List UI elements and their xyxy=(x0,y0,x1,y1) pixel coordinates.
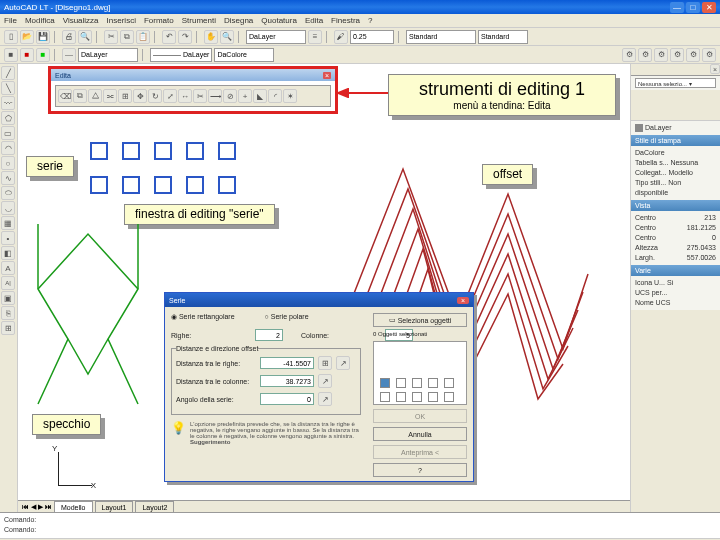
pick-row-icon[interactable]: ⊞ xyxy=(318,356,332,370)
view-section-head[interactable]: Vista xyxy=(631,200,720,211)
rotate-icon[interactable]: ↻ xyxy=(148,89,162,103)
open-icon[interactable]: 📂 xyxy=(20,30,34,44)
xline-icon[interactable]: ╲ xyxy=(1,81,15,95)
pan-icon[interactable]: ✋ xyxy=(204,30,218,44)
pick-row2-icon[interactable]: ↗ xyxy=(336,356,350,370)
preview-button[interactable]: Anteprima < xyxy=(373,445,467,459)
move-icon[interactable]: ✥ xyxy=(133,89,147,103)
text-icon[interactable]: A xyxy=(1,261,15,275)
minimize-button[interactable]: — xyxy=(670,2,684,13)
join-icon[interactable]: + xyxy=(238,89,252,103)
col-dist-input[interactable] xyxy=(260,375,314,387)
textstyle-combo[interactable]: Standard xyxy=(478,30,528,44)
fillet-icon[interactable]: ◜ xyxy=(268,89,282,103)
tab-nav-next-icon[interactable]: ▶ xyxy=(38,503,43,511)
dialog-titlebar[interactable]: Serie × xyxy=(165,293,473,307)
polygon-icon[interactable]: ⬠ xyxy=(1,111,15,125)
close-button[interactable]: ✕ xyxy=(702,2,716,13)
ellipse-arc-icon[interactable]: ◡ xyxy=(1,201,15,215)
menu-disegna[interactable]: Disegna xyxy=(224,16,253,25)
region-icon[interactable]: ◧ xyxy=(1,246,15,260)
menu-modifica[interactable]: Modifica xyxy=(25,16,55,25)
tool3-icon[interactable]: ⚙ xyxy=(654,48,668,62)
line-icon[interactable]: ╱ xyxy=(1,66,15,80)
linetype-combo[interactable]: DaLayer xyxy=(78,48,138,62)
tab-nav-last-icon[interactable]: ⏭ xyxy=(45,503,52,510)
save-icon[interactable]: 💾 xyxy=(36,30,50,44)
print-icon[interactable]: 🖨 xyxy=(62,30,76,44)
array-icon[interactable]: ⊞ xyxy=(118,89,132,103)
rect-icon[interactable]: ▭ xyxy=(1,126,15,140)
cancel-button[interactable]: Annulla xyxy=(373,427,467,441)
paste-icon[interactable]: 📋 xyxy=(136,30,150,44)
circle-icon[interactable]: ○ xyxy=(1,156,15,170)
arc-icon[interactable]: ◠ xyxy=(1,141,15,155)
erase-icon[interactable]: ⌫ xyxy=(58,89,72,103)
menu-edita[interactable]: Edita xyxy=(305,16,323,25)
radio-rectangular[interactable]: ◉ Serie rettangolare xyxy=(171,313,235,321)
menu-visualizza[interactable]: Visualizza xyxy=(63,16,99,25)
color-swatch-icon[interactable]: ■ xyxy=(36,48,50,62)
polyline-icon[interactable]: 〰 xyxy=(1,96,15,110)
tool4-icon[interactable]: ⚙ xyxy=(670,48,684,62)
menu-quotatura[interactable]: Quotatura xyxy=(261,16,297,25)
zoom-icon[interactable]: 🔍 xyxy=(220,30,234,44)
redo-icon[interactable]: ↷ xyxy=(178,30,192,44)
color-swatch-icon[interactable]: ■ xyxy=(4,48,18,62)
edita-toolbar-title[interactable]: Edita × xyxy=(51,69,335,81)
layer-tool-icon[interactable]: ≡ xyxy=(308,30,322,44)
new-icon[interactable]: ▯ xyxy=(4,30,18,44)
menu-inserisci[interactable]: Inserisci xyxy=(107,16,136,25)
help-icon[interactable]: × xyxy=(457,297,469,304)
tab-layout1[interactable]: Layout1 xyxy=(95,501,134,512)
undo-icon[interactable]: ↶ xyxy=(162,30,176,44)
maximize-button[interactable]: □ xyxy=(686,2,700,13)
copy-icon[interactable]: ⧉ xyxy=(120,30,134,44)
selection-filter[interactable]: Nessuna selezio... ▾ xyxy=(635,78,716,88)
panel-close-icon[interactable]: × xyxy=(710,64,720,74)
command-line[interactable]: Comando: Comando: xyxy=(0,512,720,538)
tab-nav-prev-icon[interactable]: ◀ xyxy=(31,503,36,511)
menu-file[interactable]: File xyxy=(4,16,17,25)
tool6-icon[interactable]: ⚙ xyxy=(702,48,716,62)
row-dist-input[interactable] xyxy=(260,357,314,369)
ellipse-icon[interactable]: ⬭ xyxy=(1,186,15,200)
menu-formato[interactable]: Formato xyxy=(144,16,174,25)
preview-icon[interactable]: 🔍 xyxy=(78,30,92,44)
cut-icon[interactable]: ✂ xyxy=(104,30,118,44)
layer-combo[interactable]: DaLayer xyxy=(246,30,306,44)
style-section-head[interactable]: Stile di stampa xyxy=(631,135,720,146)
rows-input[interactable] xyxy=(255,329,283,341)
tool5-icon[interactable]: ⚙ xyxy=(686,48,700,62)
tab-model[interactable]: Modello xyxy=(54,501,93,512)
pick-col-icon[interactable]: ↗ xyxy=(318,374,332,388)
radio-polar[interactable]: ○ Serie polare xyxy=(265,313,309,321)
point-icon[interactable]: • xyxy=(1,231,15,245)
misc-section-head[interactable]: Varie xyxy=(631,265,720,276)
pick-angle-icon[interactable]: ↗ xyxy=(318,392,332,406)
insert-icon[interactable]: ⎘ xyxy=(1,306,15,320)
table-icon[interactable]: ⊞ xyxy=(1,321,15,335)
chamfer-icon[interactable]: ◣ xyxy=(253,89,267,103)
trim-icon[interactable]: ✂ xyxy=(193,89,207,103)
lineweight-combo[interactable]: 0.25 xyxy=(350,30,394,44)
color-swatch-icon[interactable]: ■ xyxy=(20,48,34,62)
mtext-icon[interactable]: A| xyxy=(1,276,15,290)
angle-input[interactable] xyxy=(260,393,314,405)
color-combo[interactable]: DaColore xyxy=(214,48,274,62)
tool1-icon[interactable]: ⚙ xyxy=(622,48,636,62)
dimstyle-combo[interactable]: Standard xyxy=(406,30,476,44)
copy-obj-icon[interactable]: ⧉ xyxy=(73,89,87,103)
hatch-icon[interactable]: ▦ xyxy=(1,216,15,230)
linetype-icon[interactable]: — xyxy=(62,48,76,62)
menu-strumenti[interactable]: Strumenti xyxy=(182,16,216,25)
linetype2-combo[interactable]: ———— DaLayer xyxy=(150,48,212,62)
stretch-icon[interactable]: ↔ xyxy=(178,89,192,103)
menu-finestra[interactable]: Finestra xyxy=(331,16,360,25)
break-icon[interactable]: ⊘ xyxy=(223,89,237,103)
mirror-icon[interactable]: ⧋ xyxy=(88,89,102,103)
drawing-canvas[interactable]: Edita × ⌫ ⧉ ⧋ ⫘ ⊞ ✥ ↻ ⤢ ↔ ✂ ⟶ ⊘ + ◣ ◜ ✶ xyxy=(18,64,630,512)
block-icon[interactable]: ▣ xyxy=(1,291,15,305)
tab-layout2[interactable]: Layout2 xyxy=(135,501,174,512)
select-objects-button[interactable]: ▭Seleziona oggetti xyxy=(373,313,467,327)
